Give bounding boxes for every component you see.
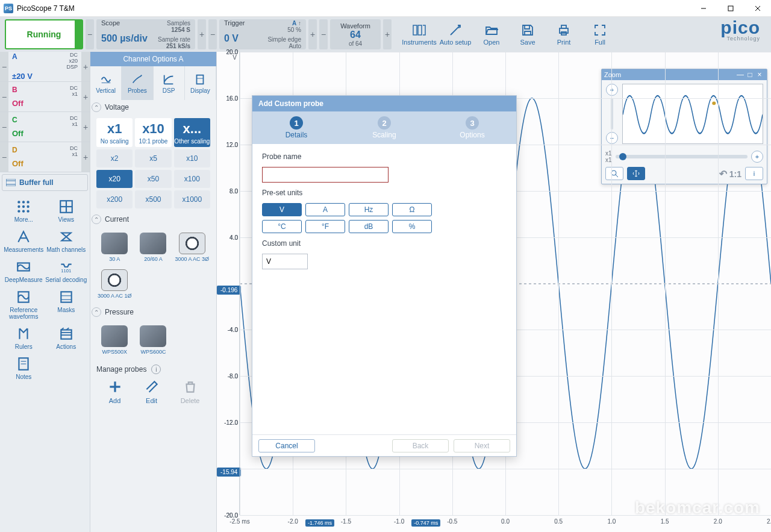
waveform-panel[interactable]: Waveform 64 of 64 bbox=[330, 19, 381, 49]
y-marker-trigger[interactable]: -0.196 bbox=[217, 286, 241, 295]
scope-plus[interactable]: + bbox=[198, 19, 206, 49]
zoom-close-icon[interactable]: × bbox=[755, 70, 764, 79]
scope-panel[interactable]: Scope Samples1254 S 500 µs/div Sample ra… bbox=[96, 19, 195, 49]
toolbar-full[interactable]: Full bbox=[583, 19, 617, 49]
unit-dB[interactable]: dB bbox=[349, 220, 389, 233]
zoom-window[interactable]: Zoom — □ × + − x1x1 bbox=[601, 69, 767, 184]
scope-minus[interactable]: − bbox=[86, 19, 94, 49]
channel-plus[interactable]: + bbox=[81, 112, 90, 142]
probe-name-input[interactable] bbox=[262, 167, 389, 183]
scale-x50[interactable]: x50 bbox=[135, 170, 171, 188]
collapse-icon[interactable]: ⌃ bbox=[92, 102, 101, 112]
channel-plus[interactable]: + bbox=[81, 142, 90, 172]
side-deepmeasure[interactable]: DeepMeasure bbox=[2, 259, 45, 283]
channel-D[interactable]: − DDCx1 Off + bbox=[0, 142, 90, 172]
scale-x...[interactable]: x...Other scaling bbox=[174, 118, 210, 147]
opt-tab-probes[interactable]: Probes bbox=[122, 66, 153, 100]
zoom-tool-magnify[interactable] bbox=[605, 167, 623, 180]
unit-A[interactable]: A bbox=[305, 203, 345, 216]
zoom-minimize-icon[interactable]: — bbox=[735, 70, 745, 79]
scale-x10[interactable]: x1010:1 probe bbox=[135, 118, 171, 147]
unit-°F[interactable]: °F bbox=[305, 220, 345, 233]
window-maximize[interactable] bbox=[717, 0, 744, 16]
dialog-tab-options[interactable]: 3Options bbox=[428, 111, 516, 144]
collapse-icon[interactable]: ⌃ bbox=[92, 214, 101, 224]
collapse-icon[interactable]: ⌃ bbox=[92, 307, 101, 317]
side-math-channels[interactable]: Math channels bbox=[45, 229, 88, 253]
unit-°C[interactable]: °C bbox=[262, 220, 302, 233]
zoom-maximize-icon[interactable]: □ bbox=[745, 70, 755, 79]
window-minimize[interactable] bbox=[690, 0, 717, 16]
side-serial-decoding[interactable]: 1101 Serial decoding bbox=[45, 259, 88, 283]
scale-x500[interactable]: x500 bbox=[135, 190, 171, 208]
next-button[interactable]: Next bbox=[454, 439, 510, 452]
zoom-tool-pan[interactable] bbox=[627, 167, 645, 180]
waveform-minus[interactable]: − bbox=[319, 19, 328, 49]
channel-minus[interactable]: − bbox=[0, 112, 8, 142]
unit-Ω[interactable]: Ω bbox=[392, 203, 432, 216]
trigger-plus[interactable]: + bbox=[308, 19, 317, 49]
side-reference-waveforms[interactable]: Reference waveforms bbox=[2, 289, 45, 320]
channel-minus[interactable]: − bbox=[0, 52, 8, 81]
waveform-plus[interactable]: + bbox=[383, 19, 392, 49]
channel-plus[interactable]: + bbox=[81, 52, 90, 81]
zoom-info-icon[interactable]: i bbox=[745, 167, 763, 180]
scale-x1[interactable]: x1No scaling bbox=[96, 118, 133, 147]
opt-tab-vertical[interactable]: Vertical bbox=[90, 66, 122, 100]
scale-x2[interactable]: x2 bbox=[96, 149, 133, 167]
probe-3000-a-ac-1-[interactable]: 3000 A AC 1Ø bbox=[96, 267, 133, 301]
run-button[interactable]: Running bbox=[5, 19, 83, 49]
scale-x1000[interactable]: x1000 bbox=[174, 190, 210, 208]
channel-plus[interactable]: + bbox=[81, 82, 90, 111]
side-measurements[interactable]: Measurements bbox=[2, 229, 45, 253]
side-views[interactable]: Views bbox=[45, 199, 88, 223]
trigger-panel[interactable]: Trigger A ↑50 % 0 V Simple edgeAuto bbox=[219, 19, 306, 49]
manage-delete[interactable]: Delete bbox=[181, 379, 200, 404]
info-icon[interactable]: i bbox=[151, 365, 161, 374]
scale-x10[interactable]: x10 bbox=[174, 149, 210, 167]
cancel-button[interactable]: Cancel bbox=[258, 439, 315, 452]
channel-B[interactable]: − BDCx1 Off + bbox=[0, 82, 90, 112]
toolbar-instruments[interactable]: Instruments bbox=[402, 19, 436, 49]
unit-V[interactable]: V bbox=[262, 203, 302, 216]
probe-wps600c[interactable]: WPS600C bbox=[135, 323, 171, 357]
scale-x20[interactable]: x20 bbox=[96, 170, 133, 188]
opt-tab-display[interactable]: Display bbox=[185, 66, 216, 100]
channel-minus[interactable]: − bbox=[0, 82, 8, 111]
probe-wps500x[interactable]: WPS500X bbox=[96, 323, 133, 357]
toolbar-print[interactable]: Print bbox=[547, 19, 581, 49]
trigger-minus[interactable]: − bbox=[208, 19, 217, 49]
toolbar-autosetup[interactable]: Auto setup bbox=[439, 19, 472, 49]
zoom-h-plus[interactable]: + bbox=[751, 151, 763, 163]
side-actions[interactable]: Actions bbox=[45, 326, 88, 350]
channel-C[interactable]: − CDCx1 Off + bbox=[0, 112, 90, 142]
unit-Hz[interactable]: Hz bbox=[349, 203, 389, 216]
side-notes[interactable]: Notes bbox=[2, 356, 45, 380]
probe-20-60-a[interactable]: 20/60 A bbox=[135, 230, 171, 264]
window-close[interactable] bbox=[744, 0, 771, 16]
toolbar-save[interactable]: Save bbox=[511, 19, 545, 49]
y-marker-cursor[interactable]: -15.94 bbox=[217, 468, 241, 477]
opt-tab-dsp[interactable]: DSP bbox=[154, 66, 185, 100]
side-rulers[interactable]: Rulers bbox=[2, 326, 45, 350]
x-cursor[interactable]: -0.747 ms bbox=[411, 519, 440, 527]
back-button[interactable]: Back bbox=[392, 439, 449, 452]
buffer-full-button[interactable]: Buffer full bbox=[2, 174, 88, 191]
x-cursor[interactable]: -1.746 ms bbox=[305, 519, 334, 527]
toolbar-open[interactable]: Open bbox=[475, 19, 508, 49]
scale-x200[interactable]: x200 bbox=[96, 190, 133, 208]
probe-30-a[interactable]: 30 A bbox=[96, 230, 133, 264]
channel-minus[interactable]: − bbox=[0, 142, 8, 172]
dialog-tab-scaling[interactable]: 2Scaling bbox=[340, 111, 428, 144]
scale-x5[interactable]: x5 bbox=[135, 149, 171, 167]
unit-%[interactable]: % bbox=[392, 220, 432, 233]
channel-A[interactable]: − ADCx20DSP ±20 V + bbox=[0, 52, 90, 82]
scale-x100[interactable]: x100 bbox=[174, 170, 210, 188]
manage-edit[interactable]: Edit bbox=[144, 379, 160, 404]
zoom-overview[interactable] bbox=[622, 84, 763, 144]
manage-add[interactable]: Add bbox=[107, 379, 123, 404]
custom-unit-input[interactable] bbox=[262, 254, 308, 269]
side-more-[interactable]: More... bbox=[2, 199, 45, 223]
probe-3000-a-ac-3-[interactable]: 3000 A AC 3Ø bbox=[174, 230, 210, 264]
side-masks[interactable]: Masks bbox=[45, 289, 88, 320]
